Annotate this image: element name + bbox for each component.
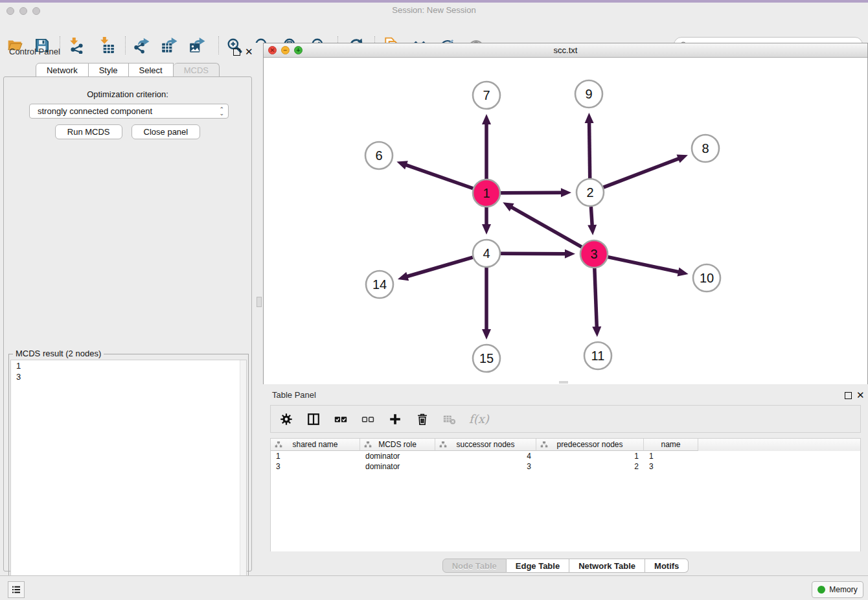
delete-table-icon: [442, 411, 457, 427]
table-row[interactable]: 3dominator323: [271, 461, 860, 472]
network-resize-grip[interactable]: [559, 381, 568, 384]
network-window-titlebar[interactable]: ✕ − + scc.txt: [264, 43, 867, 58]
column-header-MCDS-role[interactable]: MCDS role: [360, 439, 435, 451]
close-table-panel-icon[interactable]: ✕: [856, 389, 865, 401]
optimization-select[interactable]: strongly connected component ⌃⌄: [29, 104, 229, 119]
table-panel-title: Table Panel: [272, 390, 316, 400]
edge-2-8[interactable]: [604, 158, 680, 187]
edge-3-1[interactable]: [510, 207, 581, 247]
window-title: Session: New Session: [0, 5, 868, 15]
column-header-label: shared name: [292, 440, 337, 449]
column-header-label: predecessor nodes: [556, 440, 622, 449]
edge-arrowhead: [482, 224, 491, 235]
edge-arrowhead: [588, 225, 597, 235]
edge-2-9[interactable]: [589, 122, 590, 178]
table-cell[interactable]: 4: [435, 451, 536, 461]
edge-arrowhead: [676, 155, 687, 163]
close-panel-icon[interactable]: ✕: [245, 46, 253, 58]
main-toolbar: [0, 17, 868, 43]
result-scrollbar[interactable]: [240, 360, 246, 596]
edge-1-2[interactable]: [501, 192, 562, 193]
graph-node-label: 14: [372, 277, 387, 292]
deselect-all-columns-icon[interactable]: [360, 411, 376, 427]
show-columns-icon[interactable]: [306, 411, 321, 427]
network-graph[interactable]: 1234678910111415: [264, 58, 867, 384]
mcds-result-list[interactable]: 13: [10, 360, 247, 597]
delete-column-icon[interactable]: [415, 411, 430, 427]
memory-status-icon: [817, 586, 825, 594]
column-header-shared-name[interactable]: shared name: [271, 439, 360, 451]
network-window: ✕ − + scc.txt 1234678910111415: [263, 43, 868, 384]
table-cell[interactable]: 1: [536, 451, 644, 461]
tab-style[interactable]: Style: [89, 63, 129, 77]
table-cell[interactable]: 3: [435, 461, 536, 472]
table-cell[interactable]: 1: [271, 451, 360, 461]
edge-arrowhead: [561, 188, 571, 197]
task-history-button[interactable]: [8, 581, 25, 598]
table-cell[interactable]: 1: [644, 451, 698, 461]
result-line: 3: [11, 371, 246, 382]
application-window: Session: New Session: [0, 0, 868, 600]
select-all-columns-icon[interactable]: [333, 411, 348, 427]
mcds-result-title: MCDS result (2 nodes): [13, 349, 104, 358]
table-cell[interactable]: dominator: [360, 461, 435, 472]
mcds-result-box: MCDS result (2 nodes) 13: [8, 354, 249, 599]
main-titlebar: Session: New Session: [0, 3, 868, 17]
edge-arrowhead: [565, 249, 575, 259]
optimization-label: Optimization criterion:: [4, 89, 251, 99]
settings-icon[interactable]: [279, 411, 294, 427]
tab-motifs[interactable]: Motifs: [645, 559, 689, 573]
add-column-icon[interactable]: [387, 411, 403, 427]
network-canvas[interactable]: 1234678910111415: [264, 58, 867, 384]
divider-grip[interactable]: [257, 297, 262, 307]
edge-3-11[interactable]: [595, 268, 597, 328]
column-header-label: successor nodes: [456, 440, 514, 449]
table-cell[interactable]: 3: [271, 461, 360, 472]
panel-divider[interactable]: [255, 43, 263, 574]
edge-arrowhead: [585, 113, 594, 123]
close-panel-button[interactable]: Close panel: [131, 124, 201, 139]
edge-1-6[interactable]: [405, 165, 474, 189]
float-table-panel-icon[interactable]: [845, 392, 852, 399]
graph-node-label: 3: [590, 247, 597, 261]
table-toolbar: f(x): [270, 405, 861, 433]
control-panel-header: Control Panel ✕: [0, 43, 255, 61]
graph-node-label: 8: [702, 141, 709, 156]
tab-network[interactable]: Network: [36, 63, 89, 77]
memory-label: Memory: [829, 585, 857, 594]
edge-arrowhead: [398, 272, 409, 281]
table-cell[interactable]: 2: [536, 461, 644, 472]
tab-select[interactable]: Select: [129, 63, 174, 77]
table-cell[interactable]: 3: [644, 461, 698, 472]
float-panel-icon[interactable]: [233, 49, 240, 56]
node-table-header: shared nameMCDS rolesuccessor nodesprede…: [271, 439, 860, 451]
edge-4-14[interactable]: [406, 257, 473, 277]
edge-4-3[interactable]: [501, 253, 566, 254]
column-header-name[interactable]: name: [644, 439, 698, 451]
column-header-successor-nodes[interactable]: successor nodes: [435, 439, 536, 451]
table-panel: Table Panel ✕: [263, 386, 868, 575]
graph-node-label: 10: [700, 271, 714, 285]
graph-node-label: 9: [585, 87, 592, 101]
optimization-select-value: strongly connected component: [38, 106, 219, 116]
tab-mcds[interactable]: MCDS: [174, 63, 220, 77]
network-window-title: scc.txt: [264, 45, 867, 55]
tab-edge-table[interactable]: Edge Table: [507, 559, 569, 573]
edge-2-3[interactable]: [591, 207, 592, 226]
column-header-predecessor-nodes[interactable]: predecessor nodes: [536, 439, 644, 451]
table-row[interactable]: 1dominator411: [271, 451, 860, 461]
memory-button[interactable]: Memory: [812, 581, 863, 598]
graph-node-label: 11: [591, 349, 605, 363]
run-mcds-button[interactable]: Run MCDS: [55, 124, 122, 139]
node-table[interactable]: shared nameMCDS rolesuccessor nodesprede…: [270, 438, 861, 551]
edge-arrowhead: [396, 161, 407, 169]
graph-node-label: 6: [375, 148, 382, 163]
table-panel-header: Table Panel ✕: [263, 386, 868, 404]
column-header-label: name: [661, 440, 680, 449]
tab-node-table: Node Table: [442, 559, 507, 573]
tab-network-table[interactable]: Network Table: [569, 559, 645, 573]
edge-3-10[interactable]: [608, 257, 680, 272]
table-cell[interactable]: dominator: [360, 451, 435, 461]
control-panel-tabs: NetworkStyleSelectMCDS: [0, 63, 255, 77]
function-builder-icon: f(x): [469, 412, 489, 426]
